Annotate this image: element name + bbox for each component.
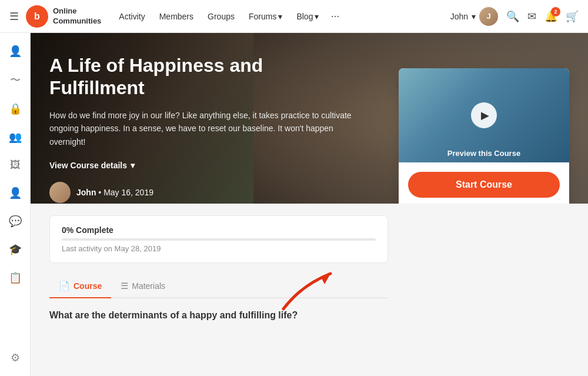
- sidebar-groups-icon[interactable]: 👥: [6, 128, 24, 146]
- progress-text: 0% Complete: [62, 225, 376, 235]
- sidebar-docs-icon[interactable]: 📋: [6, 269, 24, 287]
- sidebar-lock-icon[interactable]: 🔒: [6, 100, 24, 118]
- top-navigation: ☰ b OnlineCommunities Activity Members G…: [0, 0, 588, 33]
- sidebar-profile-icon[interactable]: 👤: [6, 184, 24, 202]
- mail-icon[interactable]: ✉: [527, 10, 536, 23]
- nav-groups[interactable]: Groups: [202, 8, 240, 25]
- tab-materials[interactable]: ☰ Materials: [111, 275, 175, 298]
- sidebar-chat-icon[interactable]: 💬: [6, 212, 24, 230]
- nav-right: John ▾ J 🔍 ✉ 🔔 2 🛒: [450, 7, 579, 26]
- hero-author: John • May 16, 2019: [49, 182, 353, 203]
- sidebar-courses-icon[interactable]: 🎓: [6, 241, 24, 258]
- sidebar-media-icon[interactable]: 🖼: [8, 157, 23, 174]
- main-content: A Life of Happiness and Fulfillment How …: [31, 33, 588, 376]
- play-button[interactable]: ▶: [471, 102, 497, 128]
- below-hero: 0% Complete Last activity on May 28, 201…: [31, 204, 407, 332]
- start-course-button[interactable]: Start Course: [408, 172, 560, 198]
- nav-links: Activity Members Groups Forums ▾ Blog ▾ …: [113, 8, 450, 25]
- hero-content: A Life of Happiness and Fulfillment How …: [31, 33, 372, 204]
- view-course-button[interactable]: View Course details ▾: [49, 161, 135, 170]
- nav-activity[interactable]: Activity: [113, 8, 151, 25]
- course-tabs: 📄 Course ☰ Materials: [49, 275, 388, 298]
- materials-tab-icon: ☰: [121, 281, 128, 291]
- course-card: ▶ Preview this Course Start Course Open …: [399, 68, 569, 204]
- main-layout: 👤 〜 🔒 👥 🖼 👤 💬 🎓 📋 ⚙ A Life of Happiness …: [0, 33, 588, 376]
- author-avatar: [49, 182, 71, 203]
- notification-badge: 2: [551, 7, 560, 16]
- tab-course[interactable]: 📄 Course: [49, 275, 111, 298]
- user-name: John: [450, 12, 468, 21]
- sidebar-user-icon[interactable]: 👤: [6, 42, 24, 60]
- nav-more-icon[interactable]: ···: [327, 8, 343, 25]
- author-info: John • May 16, 2019: [76, 188, 153, 197]
- chevron-down-icon: ▾: [131, 161, 135, 170]
- progress-box: 0% Complete Last activity on May 28, 201…: [49, 215, 388, 263]
- nav-members[interactable]: Members: [153, 8, 199, 25]
- sidebar-settings-icon[interactable]: ⚙: [8, 349, 22, 367]
- search-icon[interactable]: 🔍: [506, 10, 519, 23]
- course-tab-icon: 📄: [59, 281, 70, 291]
- logo-text: OnlineCommunities: [53, 6, 101, 26]
- section-question: What are the determinants of a happy and…: [49, 310, 388, 321]
- preview-label: Preview this Course: [399, 149, 569, 158]
- left-sidebar: 👤 〜 🔒 👥 🖼 👤 💬 🎓 📋 ⚙: [0, 33, 31, 376]
- user-menu[interactable]: John ▾ J: [450, 7, 498, 26]
- cart-icon[interactable]: 🛒: [566, 10, 579, 23]
- hero-title: A Life of Happiness and Fulfillment: [49, 54, 353, 99]
- last-activity: Last activity on May 28, 2019: [62, 244, 376, 253]
- hero-section: A Life of Happiness and Fulfillment How …: [31, 33, 588, 204]
- logo-icon[interactable]: b: [26, 5, 48, 28]
- nav-forums[interactable]: Forums ▾: [243, 8, 288, 25]
- progress-bar-track: [62, 238, 376, 241]
- hero-description: How do we find more joy in our life? Lik…: [49, 109, 353, 148]
- notification-icon[interactable]: 🔔 2: [544, 10, 557, 23]
- hamburger-icon[interactable]: ☰: [9, 10, 19, 23]
- course-card-body: Start Course Open Registration COURSE IN…: [399, 162, 569, 204]
- course-preview-bg: ▶: [399, 68, 569, 162]
- course-preview: ▶ Preview this Course: [399, 68, 569, 162]
- play-icon: ▶: [481, 109, 489, 122]
- nav-blog[interactable]: Blog ▾: [290, 8, 325, 25]
- avatar: J: [479, 7, 498, 26]
- sidebar-activity-icon[interactable]: 〜: [8, 71, 23, 89]
